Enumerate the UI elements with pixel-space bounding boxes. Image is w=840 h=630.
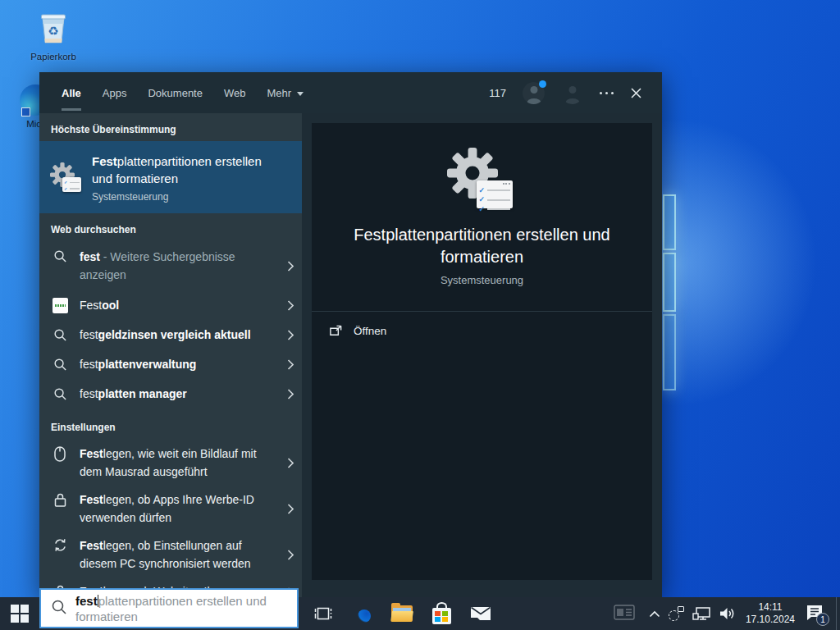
mail-icon: [470, 606, 491, 621]
chevron-up-icon: [649, 610, 660, 618]
chevron-right-icon: [279, 261, 294, 272]
tray-chevron-up[interactable]: [645, 597, 664, 630]
result-text: Festool: [80, 296, 279, 314]
web-result-festplatten-manager[interactable]: festplatten manager: [39, 379, 302, 409]
shortcut-overlay-icon: [21, 107, 30, 116]
search-icon: [52, 358, 68, 372]
tab-web[interactable]: Web: [224, 72, 246, 113]
show-desktop-button[interactable]: [836, 597, 840, 630]
more-options-icon[interactable]: [600, 92, 614, 94]
recycle-bin-label: Papierkorb: [23, 52, 84, 62]
search-text: festplattenpartitionen erstellen und for…: [75, 593, 290, 623]
speaker-icon: [719, 606, 735, 621]
preview-pane-outer: ✓ ✓ ✓ Festplattenpartitionen erstellen u…: [302, 113, 662, 597]
setting-result-sync[interactable]: Festlegen, ob Einstellungen auf diesem P…: [39, 531, 302, 577]
taskbar-clock[interactable]: 14:11 17.10.2024: [739, 601, 801, 626]
chevron-right-icon: [279, 300, 294, 311]
action-center-button[interactable]: 1: [805, 604, 826, 623]
notification-dot: [539, 80, 546, 88]
user-avatar[interactable]: [523, 82, 545, 104]
wallpaper-window-pane: [663, 314, 676, 390]
secondary-avatar-icon[interactable]: [561, 82, 583, 104]
start-button[interactable]: [0, 597, 39, 630]
taskbar-app-icons: [304, 597, 500, 630]
search-icon: [52, 249, 68, 263]
result-text: festplattenverwaltung: [80, 355, 279, 373]
mouse-icon: [52, 446, 68, 462]
best-match-title: Festplattenpartitionen erstellen und for…: [92, 153, 264, 187]
web-result-festool[interactable]: Festool: [39, 290, 302, 320]
preview-subtitle: Systemsteuerung: [441, 274, 523, 286]
news-widget-icon[interactable]: [614, 605, 635, 623]
task-view-button[interactable]: [304, 597, 343, 630]
setting-result-advertising-id[interactable]: Festlegen, ob Apps Ihre Werbe-ID verwend…: [39, 485, 302, 531]
section-best-match: Höchste Übereinstimmung: [51, 124, 290, 135]
svg-text:♻: ♻: [48, 24, 58, 38]
network-button[interactable]: [688, 597, 714, 630]
windows-search-panel: Alle Apps Dokumente Web Mehr 117: [39, 72, 662, 597]
tab-apps[interactable]: Apps: [103, 72, 127, 113]
best-match-subtitle: Systemsteuerung: [92, 191, 264, 203]
chevron-right-icon: [279, 550, 294, 560]
open-label: Öffnen: [354, 325, 386, 337]
tab-alle[interactable]: Alle: [62, 72, 81, 113]
result-text: Festlegen, wie weit ein Bildlauf mit dem…: [80, 445, 279, 481]
disk-management-icon: ✓ ✓: [50, 162, 81, 192]
chevron-right-icon: [279, 458, 294, 468]
preview-title: Festplattenpartitionen erstellen und for…: [347, 224, 618, 268]
tab-mehr[interactable]: Mehr: [267, 72, 304, 113]
chevron-down-icon: [297, 92, 304, 96]
notification-count-badge: 1: [816, 613, 829, 626]
web-result-festplattenverwaltung[interactable]: festplattenverwaltung: [39, 349, 302, 379]
file-explorer-icon: [391, 605, 413, 622]
result-text: festgeldzinsen vergleich aktuell: [80, 326, 279, 344]
mail-button[interactable]: [461, 597, 500, 630]
close-icon[interactable]: [630, 87, 642, 99]
search-input[interactable]: festplattenpartitionen erstellen und for…: [39, 588, 299, 628]
sync-icon: [52, 538, 68, 552]
tray-sync-button[interactable]: [664, 597, 688, 630]
open-action[interactable]: Öffnen: [312, 312, 652, 350]
disk-management-icon-large: ✓ ✓ ✓: [447, 148, 518, 208]
windows-logo-icon: [11, 605, 29, 623]
lock-icon: [52, 492, 68, 507]
screen: ♻ Papierkorb Micr Alle Apps Dokumente We…: [0, 0, 840, 630]
web-result-fest[interactable]: fest - Weitere Suchergebnisse anzeigen: [39, 241, 302, 290]
recycle-bin-desktop-icon[interactable]: ♻ Papierkorb: [23, 8, 84, 62]
result-text: festplatten manager: [80, 385, 279, 403]
edge-icon: [352, 603, 373, 624]
open-external-icon: [329, 324, 343, 338]
result-text: fest - Weitere Suchergebnisse anzeigen: [80, 248, 279, 284]
tab-dokumente[interactable]: Dokumente: [148, 72, 202, 113]
result-text: Festlegen, ob Einstellungen auf diesem P…: [80, 536, 279, 573]
chevron-right-icon: [279, 504, 294, 514]
preview-pane: ✓ ✓ ✓ Festplattenpartitionen erstellen u…: [312, 123, 652, 580]
festool-logo-icon: [52, 298, 68, 313]
best-match-result[interactable]: ✓ ✓ Festplattenpartitionen erstellen und…: [39, 141, 302, 213]
rewards-points: 117: [489, 87, 506, 99]
volume-button[interactable]: [714, 597, 739, 630]
chevron-right-icon: [279, 359, 294, 370]
search-icon: [52, 387, 68, 401]
section-web-search: Web durchsuchen: [51, 224, 290, 235]
result-text: Festlegen, ob Apps Ihre Werbe-ID verwend…: [80, 491, 279, 527]
search-header: Alle Apps Dokumente Web Mehr 117: [39, 72, 662, 113]
setting-result-mousewheel[interactable]: Festlegen, wie weit ein Bildlauf mit dem…: [39, 439, 302, 485]
search-results-list: Höchste Übereinstimmung: [39, 113, 302, 597]
store-button[interactable]: [422, 597, 461, 630]
chevron-right-icon: [279, 330, 294, 340]
sync-device-icon: [669, 606, 684, 621]
web-result-festgeldzinsen[interactable]: festgeldzinsen vergleich aktuell: [39, 320, 302, 349]
recycle-bin-icon: ♻: [34, 8, 72, 46]
microsoft-store-icon: [432, 608, 451, 624]
search-filter-tabs: Alle Apps Dokumente Web Mehr: [62, 72, 304, 113]
wallpaper-window-pane: [663, 194, 676, 250]
system-tray: 14:11 17.10.2024 1: [614, 597, 840, 630]
search-icon: [51, 599, 69, 623]
search-icon: [52, 328, 68, 342]
header-right-cluster: 117: [489, 82, 642, 104]
edge-taskbar-button[interactable]: [343, 597, 382, 630]
file-explorer-button[interactable]: [382, 597, 422, 630]
wallpaper-window-pane: [663, 253, 676, 312]
task-view-icon: [314, 605, 332, 622]
